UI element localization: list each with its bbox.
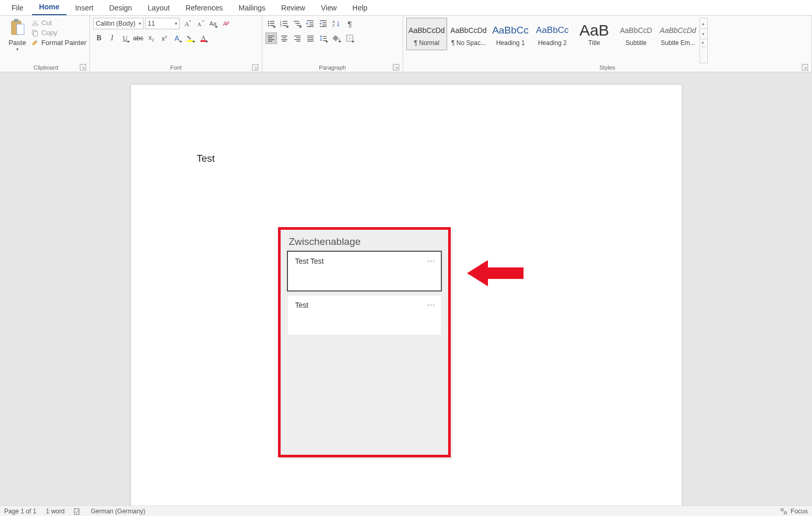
bold-button[interactable]: B [93, 32, 105, 44]
group-paragraph: 123 AZ ¶ Paragraph [262, 16, 403, 72]
clipboard-history-item[interactable]: Test Test⋯ [288, 252, 441, 290]
font-name-select[interactable]: Calibri (Body)▾ [93, 18, 143, 29]
cut-button[interactable]: Cut [31, 19, 86, 27]
styles-more-button[interactable]: ▾— [700, 39, 707, 50]
svg-rect-45 [268, 41, 272, 41]
status-language[interactable]: German (Germany) [91, 508, 145, 515]
align-center-button[interactable] [279, 32, 290, 44]
paste-icon [9, 19, 25, 37]
style-card-subtitle[interactable]: AaBbCcDSubtitle [616, 18, 657, 50]
status-page[interactable]: Page 1 of 1 [4, 508, 36, 515]
highlight-button[interactable] [185, 32, 196, 44]
paste-button[interactable]: Paste ▾ [5, 18, 29, 63]
svg-rect-67 [74, 509, 79, 514]
style-card--normal[interactable]: AaBbCcDd¶ Normal [406, 18, 447, 50]
tab-review[interactable]: Review [274, 1, 313, 15]
align-left-button[interactable] [265, 32, 277, 44]
svg-rect-37 [322, 23, 327, 23]
grow-font-button[interactable]: A [181, 18, 193, 29]
svg-rect-20 [270, 23, 274, 24]
tab-home[interactable]: Home [32, 0, 67, 15]
svg-rect-55 [307, 38, 314, 38]
justify-button[interactable] [305, 32, 316, 44]
clipboard-dialog-launcher[interactable] [80, 64, 86, 71]
document-area[interactable]: Test Zwischenablage Test Test⋯Test⋯ [0, 72, 812, 506]
tab-mailings[interactable]: Mailings [231, 1, 273, 15]
styles-dialog-launcher[interactable] [802, 64, 808, 71]
font-color-button[interactable]: A [198, 32, 209, 44]
increase-indent-button[interactable] [318, 18, 329, 29]
align-right-button[interactable] [292, 32, 303, 44]
multilevel-list-button[interactable] [292, 18, 303, 29]
clipboard-history-item[interactable]: Test⋯ [288, 296, 441, 334]
tab-file[interactable]: File [4, 1, 31, 15]
group-styles-label: Styles [599, 64, 615, 71]
style-card-heading-1[interactable]: AaBbCcHeading 1 [490, 18, 531, 50]
style-card-heading-2[interactable]: AaBbCcHeading 2 [532, 18, 573, 50]
font-dialog-launcher[interactable] [252, 64, 259, 71]
styles-scroll-down[interactable]: ▾ [700, 29, 707, 39]
decrease-indent-button[interactable] [305, 18, 316, 29]
copy-button[interactable]: Copy [31, 29, 86, 37]
paste-dropdown-icon[interactable]: ▾ [16, 47, 19, 52]
group-clipboard: Paste ▾ Cut Copy Format Painter Clipboar… [2, 16, 90, 72]
style-name: ¶ Normal [414, 39, 439, 47]
spellcheck-icon[interactable] [74, 508, 81, 515]
line-spacing-button[interactable] [318, 32, 329, 44]
text-effects-button[interactable]: A [172, 32, 183, 44]
svg-text:Aa: Aa [209, 20, 217, 27]
style-card-subtle-em-[interactable]: AaBbCcDdSubtle Em... [658, 18, 698, 50]
focus-button[interactable]: Focus [791, 508, 808, 515]
borders-button[interactable] [344, 32, 355, 44]
status-bar: Page 1 of 1 1 word German (Germany) Focu… [0, 506, 812, 516]
font-size-value: 11 [148, 20, 155, 27]
superscript-button[interactable]: x2 [159, 32, 170, 44]
shrink-font-button[interactable]: A [194, 18, 206, 29]
svg-rect-42 [268, 36, 274, 36]
paragraph-dialog-launcher[interactable] [393, 64, 399, 71]
sort-button[interactable]: AZ [331, 18, 342, 29]
tab-design[interactable]: Design [102, 1, 139, 15]
style-card--no-spac-[interactable]: AaBbCcDd¶ No Spac... [448, 18, 489, 50]
tab-help[interactable]: Help [345, 1, 375, 15]
copy-label: Copy [41, 29, 57, 37]
change-case-button[interactable]: Aa [207, 18, 219, 29]
italic-button[interactable]: I [106, 32, 118, 44]
show-hide-marks-button[interactable]: ¶ [344, 18, 355, 29]
svg-rect-56 [307, 39, 314, 40]
numbering-button[interactable]: 123 [279, 18, 290, 29]
subscript-button[interactable]: x2 [146, 32, 157, 44]
group-clipboard-label: Clipboard [34, 64, 58, 71]
styles-scroll-up[interactable]: ▴ [700, 18, 707, 29]
style-name: ¶ No Spac... [451, 39, 486, 47]
clear-formatting-button[interactable]: A [220, 18, 232, 29]
document-text[interactable]: Test [197, 153, 616, 164]
format-painter-button[interactable]: Format Painter [31, 39, 86, 47]
svg-rect-33 [309, 23, 314, 23]
clipboard-item-menu-button[interactable]: ⋯ [427, 300, 436, 310]
copy-icon [31, 29, 39, 37]
svg-text:A: A [174, 34, 180, 42]
font-size-select[interactable]: 11▾ [145, 18, 180, 29]
bullets-button[interactable] [265, 18, 277, 29]
underline-button[interactable]: U [119, 32, 131, 44]
svg-rect-30 [295, 23, 300, 24]
svg-rect-35 [307, 26, 314, 27]
svg-point-3 [32, 24, 34, 26]
tab-layout[interactable]: Layout [140, 1, 177, 15]
tab-references[interactable]: References [178, 1, 230, 15]
status-word-count[interactable]: 1 word [46, 508, 64, 515]
tab-insert[interactable]: Insert [68, 1, 101, 15]
style-card-title[interactable]: AaBTitle [574, 18, 615, 50]
svg-rect-59 [323, 38, 327, 39]
clipboard-item-menu-button[interactable]: ⋯ [427, 256, 436, 266]
svg-rect-29 [294, 21, 299, 21]
tab-view[interactable]: View [314, 1, 344, 15]
shading-button[interactable] [331, 32, 342, 44]
svg-rect-50 [294, 36, 301, 36]
svg-rect-46 [281, 36, 287, 36]
scissors-icon [31, 19, 39, 27]
strikethrough-button[interactable]: abc [132, 32, 144, 44]
style-name: Title [588, 39, 600, 47]
document-page[interactable]: Test Zwischenablage Test Test⋯Test⋯ [131, 85, 682, 506]
